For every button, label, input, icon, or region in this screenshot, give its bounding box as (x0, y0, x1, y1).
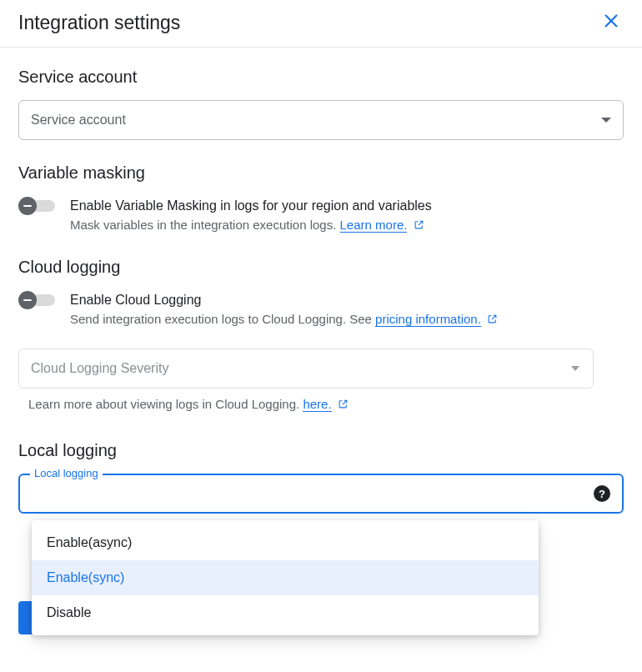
cloud-logging-description: Send integration execution logs to Cloud… (70, 310, 498, 328)
service-account-select[interactable]: Service account (18, 100, 624, 140)
cloud-logging-section: Cloud logging Enable Cloud Logging Send … (18, 258, 624, 411)
chevron-down-icon (571, 366, 579, 371)
minus-icon (18, 197, 37, 215)
close-icon (602, 12, 620, 30)
service-account-placeholder: Service account (31, 113, 126, 128)
variable-masking-description: Mask variables in the integration execut… (70, 216, 432, 234)
variable-masking-toggle-label: Enable Variable Masking in logs for your… (70, 196, 432, 216)
variable-masking-text: Enable Variable Masking in logs for your… (70, 196, 432, 234)
cloud-logging-toggle-label: Enable Cloud Logging (70, 290, 498, 310)
cloud-logging-text: Enable Cloud Logging Send integration ex… (70, 290, 498, 328)
cloud-logging-toggle[interactable] (18, 292, 58, 310)
cloud-severity-select[interactable]: Cloud Logging Severity (18, 349, 594, 389)
chevron-down-icon (601, 118, 611, 123)
local-logging-option-sync[interactable]: Enable(sync) (32, 560, 539, 595)
cloud-logging-row: Enable Cloud Logging Send integration ex… (18, 290, 624, 328)
variable-masking-title: Variable masking (18, 163, 624, 183)
cloud-logging-title: Cloud logging (18, 258, 624, 277)
local-logging-title: Local logging (18, 441, 624, 460)
help-icon[interactable]: ? (594, 485, 610, 502)
service-account-section: Service account Service account (18, 68, 624, 140)
minus-icon (18, 291, 37, 309)
local-logging-float-label: Local logging (30, 467, 103, 479)
cloud-severity-wrap: Cloud Logging Severity Learn more about … (18, 349, 624, 411)
cloud-logging-pricing-link[interactable]: pricing information. (375, 312, 481, 327)
local-logging-wrap: Local logging ? (18, 474, 624, 514)
variable-masking-section: Variable masking Enable Variable Masking… (18, 163, 624, 234)
external-link-icon (487, 313, 498, 324)
cloud-severity-help-link[interactable]: here. (303, 397, 331, 412)
local-logging-menu: Enable(async) Enable(sync) Disable (32, 520, 539, 635)
dialog-header: Integration settings (0, 0, 642, 48)
local-logging-option-disable[interactable]: Disable (32, 595, 539, 630)
cloud-severity-help: Learn more about viewing logs in Cloud L… (18, 397, 624, 411)
external-link-icon (338, 399, 349, 409)
close-button[interactable] (599, 10, 624, 35)
local-logging-section: Local logging Local logging ? (18, 441, 624, 514)
external-link-icon (414, 219, 424, 230)
variable-masking-learn-more-link[interactable]: Learn more. (340, 218, 408, 233)
local-logging-select[interactable]: Local logging ? (18, 474, 624, 514)
variable-masking-row: Enable Variable Masking in logs for your… (18, 196, 624, 234)
variable-masking-toggle[interactable] (18, 198, 58, 216)
dialog-title: Integration settings (18, 12, 180, 34)
service-account-title: Service account (18, 68, 624, 87)
dialog-body: Service account Service account Variable… (0, 48, 642, 514)
local-logging-option-async[interactable]: Enable(async) (32, 525, 539, 560)
cloud-severity-placeholder: Cloud Logging Severity (31, 361, 168, 376)
